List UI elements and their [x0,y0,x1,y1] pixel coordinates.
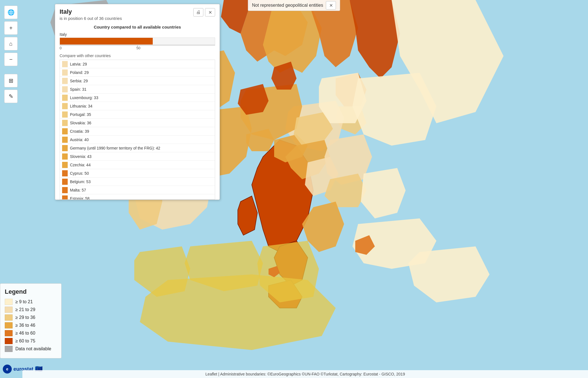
country-color-bar [62,179,68,185]
country-row[interactable]: Luxembourg: 33 [60,94,215,102]
eurostat-icon: e [3,365,12,374]
axis-mid: 50 [136,46,140,50]
country-row[interactable]: Portugal: 35 [60,110,215,119]
country-name: Latvia: 29 [70,62,87,66]
top-bar: Not represented geopolitical entities ✕ [248,0,340,11]
country-name: Germany (until 1990 former territory of … [70,146,160,150]
attribution-bar: Leaflet | Administrative boundaries: ©Eu… [22,370,588,378]
country-color-bar [62,187,68,193]
legend-color-swatch [5,338,13,344]
legend-item: ≥ 21 to 29 [5,307,57,313]
popup-title-area: Italy is in position 6 out of 36 countri… [60,8,193,21]
country-color-bar [62,86,68,92]
legend-color-swatch [5,314,13,321]
country-row[interactable]: Croatia: 39 [60,127,215,136]
country-row[interactable]: Poland: 29 [60,68,215,77]
legend-item-label: Data not available [15,346,51,351]
legend-color-swatch [5,307,13,313]
country-color-bar [62,69,68,76]
country-color-bar [62,195,68,200]
compare-section: Compare with other countries Latvia: 29 … [55,53,220,200]
country-row[interactable]: Slovakia: 36 [60,119,215,127]
country-color-bar [62,103,68,109]
legend-item-label: ≥ 46 to 60 [15,331,35,336]
country-row[interactable]: Cyprus: 50 [60,169,215,178]
country-row[interactable]: Slovenia: 43 [60,152,215,161]
legend-item: ≥ 36 to 46 [5,322,57,328]
legend-color-swatch [5,330,13,336]
country-name: Portugal: 35 [70,112,91,117]
country-name: Lithuania: 34 [70,104,92,108]
legend-item: ≥ 46 to 60 [5,330,57,336]
legend-item-label: ≥ 36 to 46 [15,323,35,328]
bar-label: Italy [60,32,215,37]
popup-actions: 🖨 ✕ [193,8,215,17]
legend-color-swatch [5,299,13,305]
country-color-bar [62,137,68,143]
country-name: Cyprus: 50 [70,171,89,176]
country-row[interactable]: Spain: 31 [60,85,215,94]
country-list[interactable]: Latvia: 29 Poland: 29 Serbia: 29 Spain: … [60,60,215,200]
zoom-out-button[interactable]: − [4,53,18,66]
legend-color-swatch [5,322,13,328]
country-color-bar [62,162,68,168]
popup-panel: Italy is in position 6 out of 36 countri… [55,4,220,200]
bar-fill [60,38,153,45]
popup-header: Italy is in position 6 out of 36 countri… [55,4,220,22]
country-row[interactable]: Malta: 57 [60,186,215,194]
axis-tick-mid [137,45,138,47]
legend-panel: Legend ≥ 9 to 21 ≥ 21 to 29 ≥ 29 to 36 ≥… [0,283,62,358]
country-color-bar [62,128,68,134]
country-name: Malta: 57 [70,188,86,192]
country-row[interactable]: Latvia: 29 [60,60,215,68]
popup-close-button[interactable]: ✕ [205,8,215,17]
home-button[interactable]: ⌂ [4,37,18,50]
popup-print-button[interactable]: 🖨 [193,8,203,17]
legend-item: ≥ 29 to 36 [5,314,57,321]
country-row[interactable]: Estonia: 58 [60,194,215,200]
country-name: Austria: 40 [70,137,89,142]
attribution-text: Leaflet | Administrative boundaries: ©Eu… [205,372,405,376]
country-row[interactable]: Austria: 40 [60,136,215,144]
legend-title: Legend [5,288,57,295]
country-color-bar [62,95,68,101]
country-row[interactable]: Czechia: 44 [60,161,215,169]
country-row[interactable]: Serbia: 29 [60,77,215,85]
legend-item-label: ≥ 21 to 29 [15,307,35,312]
legend-items: ≥ 9 to 21 ≥ 21 to 29 ≥ 29 to 36 ≥ 36 to … [5,299,57,352]
zoom-in-button[interactable]: + [4,21,18,35]
globe-button[interactable]: 🌐 [4,6,18,19]
top-bar-text: Not represented geopolitical entities [252,3,323,8]
country-row[interactable]: Lithuania: 34 [60,102,215,110]
legend-item: Data not available [5,346,57,352]
country-name: Poland: 29 [70,70,89,75]
country-name: Croatia: 39 [70,129,89,134]
country-row[interactable]: Belgium: 53 [60,178,215,186]
country-name: Estonia: 58 [70,196,90,200]
draw-button[interactable]: ✎ [4,90,18,103]
popup-chart-section: Country compared to all available countr… [55,22,220,53]
country-color-bar [62,78,68,84]
popup-title: Italy [60,8,193,15]
compare-label: Compare with other countries [60,53,215,58]
country-row[interactable]: Germany (until 1990 former territory of … [60,144,215,152]
legend-item-label: ≥ 9 to 21 [15,299,33,304]
legend-item-label: ≥ 29 to 36 [15,315,35,320]
country-name: Czechia: 44 [70,163,91,167]
country-name: Slovakia: 36 [70,121,91,125]
country-color-bar [62,61,68,67]
country-color-bar [62,145,68,151]
bar-container [60,38,215,45]
country-name: Luxembourg: 33 [70,95,98,100]
chart-title: Country compared to all available countr… [60,25,215,29]
country-name: Slovenia: 43 [70,154,91,159]
popup-subtitle: is in position 6 out of 36 countries [60,16,193,21]
country-color-bar [62,170,68,176]
country-name: Spain: 31 [70,87,86,92]
legend-item: ≥ 9 to 21 [5,299,57,305]
axis-line [60,45,215,45]
print-map-button[interactable]: ⊞ [4,74,18,87]
legend-item-label: ≥ 60 to 75 [15,339,35,344]
top-bar-close-button[interactable]: ✕ [326,1,336,10]
country-color-bar [62,120,68,126]
